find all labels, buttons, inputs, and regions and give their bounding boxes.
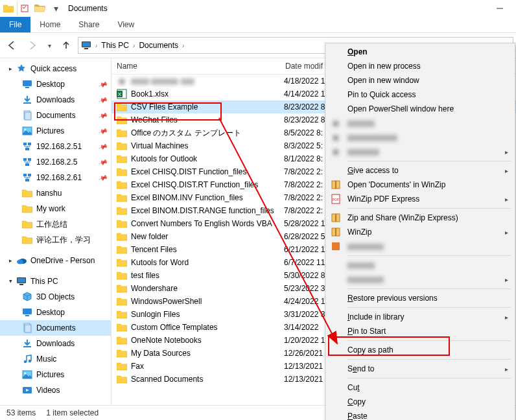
ctx-open-new-window[interactable]: Open in new window [325, 73, 515, 88]
sidebar-item[interactable]: Desktop [0, 305, 111, 320]
file-name: Fax [131, 362, 284, 371]
minimize-button[interactable] [485, 0, 515, 17]
pin-icon: 📌 [98, 172, 108, 182]
up-button[interactable] [57, 36, 75, 54]
sidebar-item[interactable]: Downloads [0, 336, 111, 351]
ctx-give-access-to[interactable]: Give access to▸ [325, 163, 515, 178]
this-pc-label: This PC [30, 277, 58, 286]
ctx-open-new-process[interactable]: Open in new process [325, 59, 515, 73]
ctx-cut[interactable]: Cut [325, 380, 515, 395]
pictures-icon [22, 126, 32, 136]
file-icon: ◼ [117, 76, 127, 86]
file-name: New folder [131, 232, 284, 241]
pin-icon: 📌 [98, 95, 108, 104]
sidebar-item[interactable]: 192.168.2.51📌 [0, 139, 111, 154]
chevron-right-icon[interactable]: › [94, 42, 99, 49]
network-icon [22, 141, 32, 152]
sidebar-item[interactable]: 192.168.2.61📌 [0, 170, 111, 185]
onedrive-icon [16, 255, 27, 266]
column-name[interactable]: Name [111, 62, 285, 71]
breadcrumb-documents[interactable]: Documents [139, 41, 178, 50]
sidebar-item[interactable]: Pictures [0, 367, 111, 382]
this-pc-header[interactable]: ▸ This PC [0, 274, 111, 289]
tab-file[interactable]: File [0, 17, 30, 32]
file-name: Kutools for Outlook [131, 154, 284, 163]
ctx-paste[interactable]: Paste [325, 409, 515, 420]
sidebar-item[interactable]: My work [0, 201, 111, 216]
ctx-copy-as-path[interactable]: Copy as path [325, 343, 515, 357]
ctx-restore-previous[interactable]: Restore previous versions [325, 291, 515, 305]
ctx-open[interactable]: Open [325, 45, 515, 59]
ctx-open-powershell[interactable]: Open PowerShell window here [325, 102, 515, 116]
chevron-right-icon[interactable]: › [132, 42, 136, 49]
star-icon [16, 64, 27, 74]
sidebar-item[interactable]: Documents📌 [0, 108, 111, 123]
folder-icon [117, 141, 127, 151]
file-name: My Data Sources [131, 349, 284, 358]
ctx-blur4[interactable]: ▮▮▮▮▮▮▮▮ [325, 239, 515, 253]
sidebar-item[interactable]: Downloads📌 [0, 92, 111, 108]
pdf-icon [331, 194, 341, 204]
back-button[interactable] [3, 36, 21, 54]
qat-properties-icon[interactable] [17, 1, 32, 16]
chevron-right-icon: ▸ [505, 148, 508, 156]
forward-button[interactable] [23, 36, 41, 54]
sidebar-item[interactable]: 工作总结 [0, 216, 111, 232]
ctx-winzip-pdf[interactable]: WinZip PDF Express▸ [325, 192, 515, 206]
folder-icon [22, 219, 32, 229]
pin-icon: 📌 [98, 157, 108, 167]
tab-share[interactable]: Share [69, 17, 108, 32]
folder-icon [117, 374, 127, 384]
ctx-include-in-library[interactable]: Include in library▸ [325, 310, 515, 324]
sidebar-item[interactable]: 3D Objects [0, 289, 111, 305]
ctx-winzip-submenu[interactable]: WinZip▸ [325, 225, 515, 239]
file-name: test files [131, 271, 284, 280]
folder-icon [117, 348, 127, 358]
ctx-open-winzip[interactable]: Open 'Documents' in WinZip [325, 178, 515, 192]
chevron-down-icon: ▸ [8, 280, 14, 283]
sidebar-item-label: Desktop [36, 80, 65, 89]
sidebar-item[interactable]: Documents [0, 320, 111, 336]
sidebar-item-label: 评论工作，学习 [36, 235, 91, 246]
chevron-right-icon: ▸ [505, 366, 508, 373]
sidebar-item[interactable]: Desktop📌 [0, 76, 111, 92]
ctx-copy[interactable]: Copy [325, 395, 515, 409]
file-name: Custom Office Templates [131, 323, 284, 332]
file-name: Tencent Files [131, 245, 284, 254]
chevron-right-icon[interactable]: › [181, 42, 185, 49]
tab-view[interactable]: View [108, 17, 143, 32]
sidebar-item-label: Videos [36, 386, 60, 395]
quick-access-header[interactable]: ▸ Quick access [0, 61, 111, 76]
pc-icon [16, 276, 27, 286]
onedrive-header[interactable]: ▸ OneDrive - Person [0, 253, 111, 268]
sidebar-item-label: Desktop [36, 308, 65, 317]
qat-dropdown-icon[interactable]: ▾ [49, 1, 63, 16]
sidebar-item[interactable]: Music [0, 351, 111, 367]
ctx-blur1[interactable]: ◼▮▮▮▮▮▮ [325, 116, 515, 130]
titlebar: ▾ Documents [0, 0, 516, 17]
sidebar-item[interactable]: 192.168.2.5📌 [0, 154, 111, 170]
sidebar-item[interactable]: 评论工作，学习 [0, 232, 111, 248]
breadcrumb-thispc[interactable]: This PC [101, 41, 129, 50]
file-name: Virtual Machines [131, 141, 284, 150]
chevron-right-icon: ▸ [505, 167, 508, 174]
sidebar-item[interactable]: Pictures📌 [0, 123, 111, 139]
chevron-right-icon: ▸ [9, 257, 12, 264]
tab-home[interactable]: Home [30, 17, 69, 32]
ctx-zip-share[interactable]: Zip and Share (WinZip Express) [325, 211, 515, 225]
ctx-blur3[interactable]: ◼▮▮▮▮▮▮▮▸ [325, 145, 515, 159]
folder-icon [22, 235, 32, 245]
downloads-icon [22, 95, 32, 105]
ctx-pin-quick-access[interactable]: Pin to Quick access [325, 88, 515, 102]
ctx-send-to[interactable]: Send to▸ [325, 362, 515, 376]
folder-icon [117, 218, 127, 229]
ctx-blur2[interactable]: ◼▮▮▮▮▮▮▮▮▮▮▮ [325, 130, 515, 145]
quick-access-label: Quick access [30, 64, 76, 73]
sidebar-item[interactable]: Videos [0, 382, 111, 398]
ctx-blur6[interactable]: ▮▮▮▮▮▮▮▮▸ [325, 272, 515, 286]
ctx-blur5[interactable]: ▮▮▮▮▮▮ [325, 258, 515, 272]
sidebar-item[interactable]: hanshu [0, 185, 111, 201]
chevron-right-icon: ▸ [9, 65, 12, 72]
ctx-pin-to-start[interactable]: Pin to Start [325, 324, 515, 338]
history-dropdown[interactable]: ▾ [44, 36, 54, 54]
